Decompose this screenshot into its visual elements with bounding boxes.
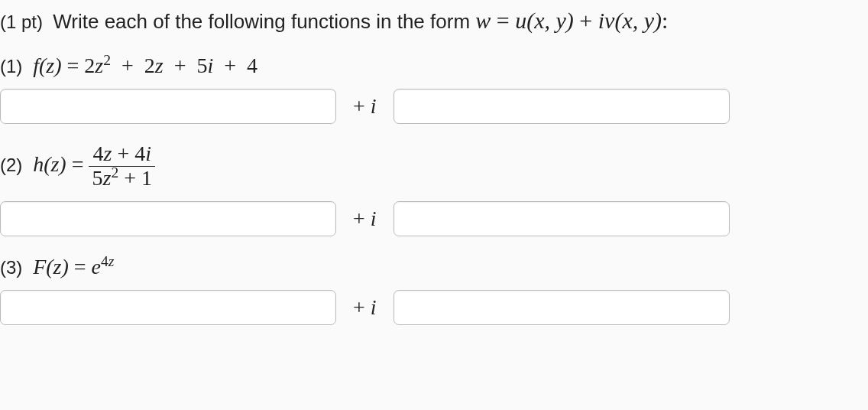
answer-row-2: + i <box>0 201 868 236</box>
imag-part-input-1[interactable] <box>394 89 730 124</box>
intro-w: w <box>475 8 491 33</box>
p3-func: F(z) <box>33 255 69 278</box>
intro-vxy: v(x, y) <box>604 8 662 33</box>
real-part-input-1[interactable] <box>0 89 336 124</box>
intro-plus: + <box>574 8 598 33</box>
problem-2: (2) h(z) = 4z + 4i 5z2 + 1 <box>0 142 868 190</box>
imag-part-input-2[interactable] <box>394 201 730 236</box>
part-label-3: (3) <box>0 257 22 278</box>
plus-i-1: + i <box>353 94 377 119</box>
intro-eq: = <box>491 8 515 33</box>
p2-fraction: 4z + 4i 5z2 + 1 <box>89 142 155 190</box>
answer-row-3: + i <box>0 290 868 325</box>
p2-eq: = <box>72 152 89 176</box>
intro-colon: : <box>662 8 668 33</box>
p3-eq: = <box>74 255 92 278</box>
p3-expr: e4z <box>92 255 115 278</box>
answer-row-1: + i <box>0 89 868 124</box>
part-label-1: (1) <box>0 56 22 76</box>
question-intro: (1 pt) Write each of the following funct… <box>0 5 868 37</box>
plus-i-3: + i <box>353 295 377 320</box>
intro-uxy: u(x, y) <box>515 8 574 33</box>
p1-eq: = <box>66 54 84 77</box>
points-label: (1 pt) <box>0 11 43 32</box>
plus-i-2: + i <box>353 207 377 231</box>
imag-part-input-3[interactable] <box>394 290 730 325</box>
intro-text: Write each of the following functions in… <box>53 10 475 33</box>
real-part-input-2[interactable] <box>0 201 336 236</box>
p1-func: f(z) <box>33 54 61 77</box>
real-part-input-3[interactable] <box>0 290 336 325</box>
problem-3: (3) F(z) = e4z <box>0 255 868 279</box>
p2-func: h(z) <box>33 152 66 176</box>
part-label-2: (2) <box>0 155 22 175</box>
problem-1: (1) f(z) = 2z2 + 2z + 5i + 4 <box>0 54 868 78</box>
intro-i: i <box>598 8 604 33</box>
